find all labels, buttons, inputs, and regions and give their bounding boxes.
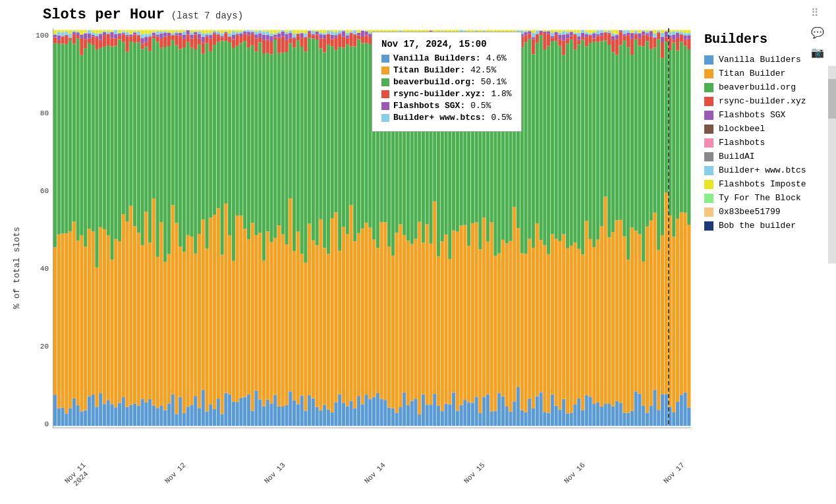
svg-rect-361 [247,32,250,35]
svg-rect-906 [543,33,546,49]
svg-rect-705 [433,32,436,34]
svg-rect-882 [532,408,535,426]
svg-rect-406 [273,395,277,426]
svg-rect-752 [460,34,463,44]
svg-rect-75 [92,32,95,35]
svg-rect-1158 [680,34,683,42]
svg-rect-390 [262,32,265,35]
y-tick: 0 [44,420,49,428]
svg-rect-653 [406,47,410,241]
svg-rect-479 [312,35,315,38]
svg-rect-773 [471,41,474,51]
y-axis: 100806040200 [26,28,53,468]
svg-rect-386 [262,261,265,406]
svg-rect-791 [482,397,486,426]
svg-rect-584 [368,37,372,44]
svg-rect-512 [331,218,334,412]
svg-rect-133 [125,407,128,426]
svg-rect-166 [141,34,144,38]
legend-item: rsync-builder.xyz [704,96,836,106]
svg-rect-1101 [650,49,653,221]
svg-rect-1037 [615,220,619,401]
svg-rect-482 [312,30,315,31]
svg-rect-467 [304,34,307,37]
svg-rect-710 [437,40,440,44]
svg-rect-10 [57,40,61,43]
svg-rect-85 [99,227,102,393]
svg-rect-644 [403,393,406,426]
svg-rect-214 [167,32,171,35]
svg-rect-1001 [596,403,599,426]
svg-rect-40 [72,31,76,32]
svg-rect-776 [471,30,474,32]
svg-rect-392 [266,400,269,426]
svg-rect-529 [338,34,341,35]
y-tick: 60 [40,187,49,195]
legend-label: beaverbuild.org [719,82,796,92]
svg-rect-585 [368,34,372,37]
svg-rect-22 [65,233,68,413]
svg-rect-1161 [680,30,683,32]
svg-rect-824 [497,32,501,34]
svg-rect-860 [516,30,520,31]
svg-rect-410 [273,35,277,38]
svg-rect-844 [509,36,512,42]
main-container: Slots per Hour (last 7 days) % of total … [0,0,836,504]
svg-rect-159 [137,32,140,35]
svg-rect-135 [125,52,128,221]
svg-rect-819 [497,393,501,426]
svg-rect-615 [383,30,387,34]
svg-rect-648 [403,36,406,40]
svg-rect-898 [540,36,543,240]
svg-rect-848 [513,207,516,401]
scrollbar[interactable] [828,66,836,264]
svg-rect-501 [323,35,326,38]
svg-rect-94 [103,35,106,47]
svg-rect-149 [133,43,136,227]
svg-rect-601 [376,30,379,34]
svg-rect-730 [448,48,451,259]
legend-label: BuildAI [719,152,755,161]
svg-rect-320 [224,32,227,32]
camera-icon[interactable]: 📷 [811,46,824,59]
svg-rect-1054 [623,34,626,36]
svg-rect-190 [156,257,159,408]
svg-rect-987 [588,397,592,426]
svg-rect-261 [194,49,197,254]
svg-rect-264 [194,32,197,32]
svg-rect-347 [239,34,242,36]
svg-rect-504 [327,410,330,426]
svg-rect-497 [323,405,326,426]
svg-rect-198 [159,48,163,222]
svg-rect-934 [558,39,561,45]
svg-rect-25 [65,35,68,36]
svg-rect-154 [137,406,140,426]
svg-rect-245 [186,406,190,426]
svg-rect-879 [528,31,531,34]
scrollbar-thumb[interactable] [828,79,836,119]
svg-rect-1149 [676,219,679,402]
svg-rect-856 [516,49,520,228]
grid-dots-icon[interactable]: ⠿ [811,7,824,20]
svg-rect-34 [69,30,72,34]
svg-rect-608 [380,30,383,33]
svg-rect-816 [493,34,497,36]
svg-rect-748 [456,30,459,32]
svg-rect-988 [588,239,592,397]
chat-icon[interactable]: 💬 [811,26,824,40]
svg-rect-98 [107,400,110,426]
svg-rect-523 [334,32,337,35]
svg-rect-1097 [646,32,649,33]
svg-rect-777 [475,397,478,426]
svg-rect-389 [262,35,265,40]
svg-rect-71 [92,231,95,395]
y-axis-label: % of total slots [12,227,22,309]
svg-rect-936 [558,33,561,35]
svg-rect-1142 [672,237,675,412]
legend-swatch [704,221,713,231]
svg-rect-1069 [630,33,634,34]
svg-rect-31 [69,38,72,40]
svg-rect-692 [426,30,429,34]
svg-rect-506 [327,45,330,254]
svg-rect-300 [213,30,216,31]
